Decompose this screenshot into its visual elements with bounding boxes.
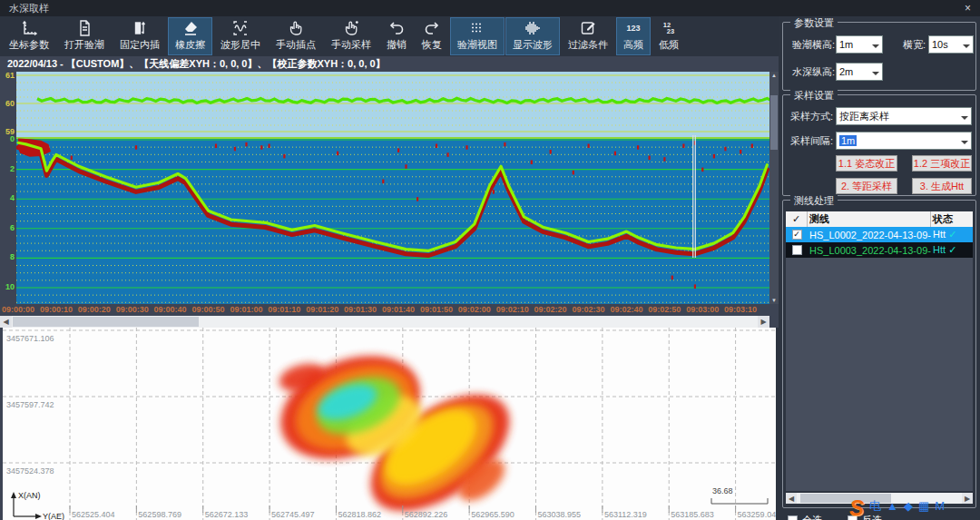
scroll-left-icon[interactable]: ◀ bbox=[786, 493, 797, 504]
status-badge: Htt ✓ bbox=[931, 229, 973, 240]
t1223-icon: 1223 bbox=[660, 19, 678, 37]
row-checkbox[interactable]: ✓ bbox=[792, 230, 802, 240]
map-axis-label-x: X(AN) bbox=[18, 491, 41, 500]
toolbar-button-label: 手动插点 bbox=[276, 38, 316, 52]
toolbar-button-manual-insert-point[interactable]: 手动插点 bbox=[269, 17, 323, 55]
scroll-down-icon[interactable]: ▼ bbox=[769, 298, 779, 303]
sample-method-label: 采样方式: bbox=[790, 110, 833, 123]
toolbar-button-label: 坐标参数 bbox=[9, 38, 49, 52]
map-axis-label-y: Y(AE) bbox=[43, 512, 64, 520]
toolbar-button-label: 打开验潮 bbox=[64, 38, 104, 52]
posture-correction-button[interactable]: 1.1 姿态改正 bbox=[836, 155, 897, 172]
status-column-header: 状态 bbox=[931, 211, 973, 227]
toolbar-button-label: 低频 bbox=[659, 38, 679, 52]
map-y-tick: 3457524.378 bbox=[6, 466, 54, 476]
table-row[interactable]: HS_L0003_2022-04-13-09-4... Htt ✓ bbox=[786, 242, 973, 258]
sample-interval-select[interactable]: 1m bbox=[836, 132, 972, 150]
t123-icon: 123 bbox=[624, 19, 642, 37]
toolbar-button-manual-sample[interactable]: 手动采样 bbox=[324, 17, 378, 55]
toolbar-button-coordinate-params[interactable]: 坐标参数 bbox=[2, 17, 56, 55]
sample-settings-group: 采样设置 采样方式: 按距离采样 采样间隔: 1m 1.1 姿态改正 1.2 三… bbox=[782, 94, 976, 196]
watermark-icon: 电 bbox=[869, 498, 881, 515]
toolbar-button-fixed-interpolation[interactable]: 固定内插 bbox=[113, 17, 167, 55]
depth-height-select[interactable]: 2m bbox=[836, 63, 883, 81]
map-x-tick: 562892.226 bbox=[405, 510, 448, 519]
line-table: ✓ 测线 状态✓ HS_L0002_2022-04-13-09-0... Htt… bbox=[786, 211, 973, 258]
eraser-icon bbox=[181, 19, 200, 37]
width-select[interactable]: 10s bbox=[928, 35, 974, 54]
scroll-up-icon[interactable]: ▲ bbox=[769, 73, 779, 78]
group-title: 采样设置 bbox=[790, 89, 838, 103]
map-scale-label: 36.68 bbox=[712, 486, 733, 495]
group-title: 参数设置 bbox=[790, 16, 838, 30]
scrollbar-thumb[interactable] bbox=[13, 317, 199, 327]
map-x-tick: 563259.048 bbox=[738, 510, 776, 519]
waveform-horizontal-scrollbar[interactable]: ◀ ▶ bbox=[0, 316, 769, 328]
waveform-vertical-scrollbar[interactable]: ▲ ▼ bbox=[769, 72, 779, 304]
row-checkbox[interactable] bbox=[792, 245, 802, 255]
toolbar-button-label: 橡皮擦 bbox=[175, 38, 205, 52]
toolbar-button-tide-view[interactable]: 验潮视图 bbox=[450, 17, 505, 55]
select-all-label: 全选 bbox=[802, 514, 822, 520]
generate-htt-button[interactable]: 3. 生成Htt bbox=[912, 178, 972, 194]
right-panel: 参数设置 验潮横高: 1m 横宽: 10s 水深纵高: 2m 采样设置 采样方式… bbox=[779, 16, 980, 520]
three-item-correction-button[interactable]: 1.2 三项改正 bbox=[912, 155, 972, 172]
sample-interval-label: 采样间隔: bbox=[790, 134, 833, 148]
svg-text:123: 123 bbox=[626, 24, 640, 33]
chevron-down-icon bbox=[872, 44, 879, 52]
scroll-right-icon[interactable]: ▶ bbox=[758, 316, 769, 328]
map-x-tick: 562525.404 bbox=[72, 510, 115, 519]
line-column-header: 测线 bbox=[808, 211, 931, 227]
toolbar-button-label: 过滤条件 bbox=[568, 38, 608, 52]
equidistant-sample-button[interactable]: 2. 等距采样 bbox=[836, 178, 897, 194]
chevron-down-icon bbox=[961, 116, 968, 123]
check-icon: ✓ bbox=[948, 229, 956, 240]
title-bar: 水深取样 × bbox=[0, 0, 980, 16]
toolbar-button-filter-conditions[interactable]: 过滤条件 bbox=[561, 17, 615, 55]
tide-height-label: 验潮横高: bbox=[792, 38, 835, 52]
depth-height-label: 水深纵高: bbox=[792, 65, 835, 79]
group-title: 测线处理 bbox=[790, 194, 838, 208]
doc-icon bbox=[75, 19, 93, 37]
map-x-tick: 563185.683 bbox=[671, 510, 714, 519]
depth-axis-tick: 6 bbox=[10, 223, 15, 232]
toolbar-button-low-frequency[interactable]: 1223低频 bbox=[652, 17, 686, 55]
watermark-logo: S bbox=[849, 498, 864, 518]
chevron-down-icon bbox=[961, 141, 968, 148]
toolbar-button-label: 验潮视图 bbox=[457, 38, 497, 52]
scroll-right-icon[interactable]: ▶ bbox=[962, 493, 973, 504]
tide-height-select[interactable]: 1m bbox=[836, 35, 883, 54]
scrollbar-thumb[interactable] bbox=[770, 95, 778, 150]
toolbar-button-label: 显示波形 bbox=[513, 38, 553, 52]
toolbar-button-label: 撤销 bbox=[387, 38, 407, 52]
waveform-y-axis: 6160590246810 bbox=[0, 72, 15, 304]
width-label: 横宽: bbox=[903, 38, 926, 52]
toolbar-button-eraser[interactable]: 橡皮擦 bbox=[168, 17, 212, 55]
line-table-header: ✓ 测线 状态 bbox=[786, 211, 973, 227]
toolbar-button-show-waveform[interactable]: 显示波形 bbox=[505, 17, 560, 55]
sample-method-select[interactable]: 按距离采样 bbox=[836, 107, 972, 125]
toolbar-button-redo[interactable]: 恢复 bbox=[415, 17, 449, 55]
toolbar-button-undo[interactable]: 撤销 bbox=[379, 17, 414, 55]
map-x-tick: 563038.955 bbox=[538, 510, 582, 519]
check-column-header: ✓ bbox=[786, 211, 808, 227]
chevron-down-icon bbox=[963, 44, 970, 52]
watermark-icon: M bbox=[935, 498, 945, 515]
scroll-left-icon[interactable]: ◀ bbox=[0, 316, 12, 328]
toolbar-button-waveform-center[interactable]: 波形居中 bbox=[213, 17, 268, 55]
table-row[interactable]: ✓ HS_L0002_2022-04-13-09-0... Htt ✓ bbox=[786, 227, 973, 242]
toolbar-button-open-tide[interactable]: 打开验潮 bbox=[57, 17, 112, 55]
hand-sample-icon bbox=[342, 19, 360, 37]
toolbar-button-label: 波形居中 bbox=[220, 38, 260, 52]
map-x-tick: 562818.862 bbox=[338, 510, 381, 519]
toolbar-button-label: 固定内插 bbox=[120, 38, 160, 52]
plan-view-map[interactable]: 562525.404562598.769562672.133562745.497… bbox=[0, 328, 776, 520]
close-button[interactable]: × bbox=[965, 3, 971, 14]
waveform-plot[interactable] bbox=[16, 72, 769, 304]
undo-icon bbox=[387, 19, 406, 37]
toolbar-button-high-frequency[interactable]: 123高频 bbox=[616, 17, 651, 55]
select-all-checkbox[interactable] bbox=[788, 515, 798, 520]
watermark-icon: ▦ bbox=[918, 498, 929, 515]
waveform-chart-zone: 2022/04/13 - 【CUSTOM】、【天线偏差XYH：0, 0, 0】、… bbox=[0, 56, 779, 328]
watermark: S电▲◆▦M bbox=[849, 498, 945, 518]
